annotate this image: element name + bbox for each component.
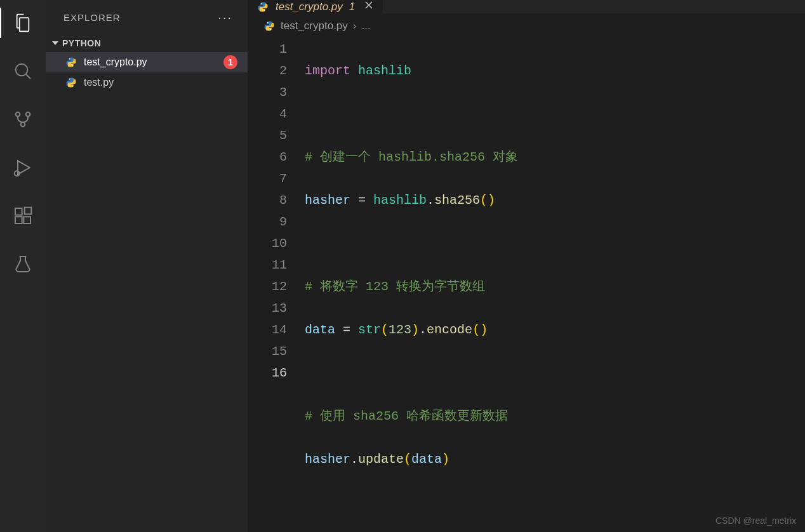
folder-header[interactable]: PYTHON [46, 34, 248, 52]
python-icon [65, 76, 77, 89]
breadcrumb[interactable]: test_crypto.py › ... [248, 13, 805, 39]
line-number: 4 [248, 103, 287, 125]
line-number: 3 [248, 82, 287, 103]
svg-point-15 [72, 86, 74, 87]
editor-area: test_crypto.py 1 test_crypto.py › ... 1 … [248, 0, 805, 532]
svg-rect-8 [15, 216, 22, 223]
python-icon [263, 20, 276, 32]
line-number: 16 [248, 362, 287, 384]
activity-extensions-icon[interactable] [8, 201, 38, 231]
svg-point-14 [69, 79, 70, 80]
activity-testing-icon[interactable] [8, 249, 38, 279]
code-editor[interactable]: 1 2 3 4 5 6 7 8 9 10 11 12 13 14 15 16 i… [248, 39, 805, 532]
sidebar-header: EXPLORER ··· [46, 0, 248, 34]
python-icon [65, 56, 77, 69]
svg-point-3 [16, 112, 20, 117]
line-gutter: 1 2 3 4 5 6 7 8 9 10 11 12 13 14 15 16 [248, 39, 305, 532]
tab-filename: test_crypto.py [276, 1, 343, 13]
line-number: 13 [248, 298, 287, 319]
svg-point-21 [270, 29, 272, 30]
activity-source-control-icon[interactable] [8, 104, 38, 135]
line-number: 14 [248, 319, 287, 341]
line-number: 10 [248, 233, 287, 255]
explorer-sidebar: EXPLORER ··· PYTHON test_crypto.py 1 tes… [46, 0, 248, 532]
activity-search-icon[interactable] [8, 56, 38, 86]
chevron-down-icon [52, 41, 58, 45]
close-icon[interactable] [364, 0, 374, 13]
activity-run-debug-icon[interactable] [8, 152, 38, 183]
watermark: CSDN @real_metrix [715, 515, 796, 526]
folder-name: PYTHON [62, 38, 101, 48]
svg-point-13 [72, 65, 74, 67]
code-content[interactable]: import hashlib # 创建一个 hashlib.sha256 对象 … [305, 39, 805, 532]
file-label: test_crypto.py [84, 57, 147, 68]
svg-point-4 [21, 123, 25, 127]
svg-rect-10 [25, 208, 32, 215]
svg-point-16 [261, 3, 262, 4]
tab-test-crypto[interactable]: test_crypto.py 1 [248, 0, 383, 13]
tab-modified-indicator: 1 [349, 1, 355, 13]
line-number: 11 [248, 255, 287, 276]
sidebar-title: EXPLORER [63, 12, 121, 23]
line-number: 1 [248, 39, 287, 60]
svg-point-17 [264, 10, 265, 11]
line-number: 6 [248, 147, 287, 168]
line-number: 2 [248, 60, 287, 82]
svg-point-2 [26, 112, 30, 117]
breadcrumb-file: test_crypto.py [281, 20, 348, 32]
line-number: 12 [248, 276, 287, 298]
svg-point-20 [267, 22, 269, 23]
sidebar-more-icon[interactable]: ··· [218, 10, 232, 25]
breadcrumb-rest: ... [362, 20, 371, 32]
svg-rect-7 [15, 208, 22, 215]
line-number: 5 [248, 125, 287, 147]
python-icon [256, 1, 269, 13]
tab-bar: test_crypto.py 1 [248, 0, 805, 13]
activity-explorer-icon[interactable] [8, 8, 38, 38]
line-number: 8 [248, 190, 287, 211]
svg-point-0 [16, 64, 28, 76]
svg-line-1 [26, 74, 30, 79]
line-number: 15 [248, 341, 287, 362]
line-number: 9 [248, 211, 287, 233]
chevron-right-icon: › [353, 20, 357, 32]
error-badge: 1 [223, 55, 237, 69]
file-item-test[interactable]: test.py [46, 72, 248, 93]
file-item-test-crypto[interactable]: test_crypto.py 1 [46, 52, 248, 72]
svg-point-12 [69, 58, 70, 60]
line-number: 7 [248, 168, 287, 190]
file-label: test.py [84, 77, 114, 88]
activity-bar [0, 0, 46, 532]
svg-rect-9 [23, 216, 30, 223]
